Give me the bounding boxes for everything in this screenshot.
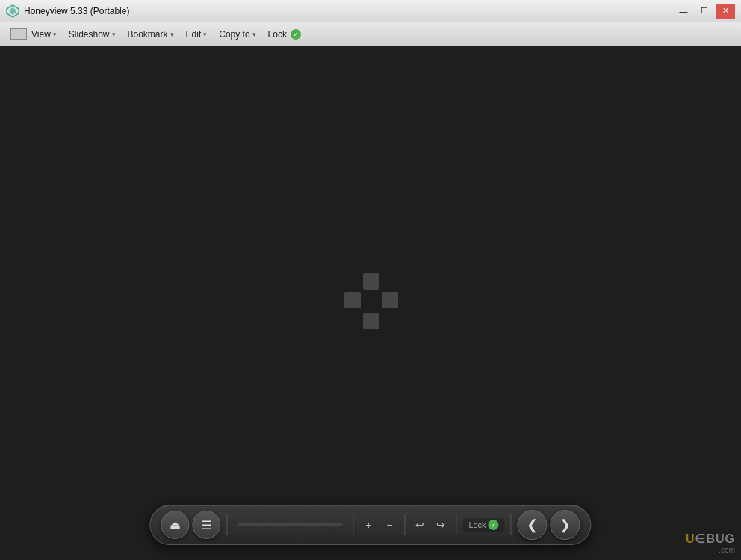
app-logo-icon bbox=[6, 4, 19, 18]
maximize-button[interactable]: ☐ bbox=[695, 4, 714, 19]
menu-icon: ☰ bbox=[201, 518, 211, 532]
svg-marker-1 bbox=[10, 7, 16, 15]
svg-rect-3 bbox=[344, 292, 361, 308]
watermark-u: U bbox=[686, 532, 695, 545]
lock-menu-label: Lock bbox=[268, 29, 287, 40]
rotate-left-button[interactable]: ↩ bbox=[411, 514, 429, 536]
eject-button[interactable]: ⏏ bbox=[161, 511, 189, 539]
prev-icon: ❮ bbox=[527, 517, 538, 533]
svg-rect-5 bbox=[363, 313, 379, 329]
bookmark-arrow: ▾ bbox=[170, 31, 174, 38]
window-controls: — ☐ ✕ bbox=[674, 4, 735, 19]
watermark: U∈BUG .com bbox=[686, 532, 735, 554]
menu-bar: View ▾ Slideshow ▾ Bookmark ▾ Edit ▾ Cop… bbox=[0, 22, 741, 46]
menu-button[interactable]: ☰ bbox=[192, 511, 220, 539]
zoom-out-button[interactable]: − bbox=[380, 514, 398, 536]
toolbar-separator-4 bbox=[456, 514, 456, 535]
toolbar-separator-5 bbox=[511, 514, 512, 535]
next-button[interactable]: ❯ bbox=[551, 510, 580, 540]
slideshow-arrow: ▾ bbox=[112, 31, 116, 38]
main-area: ⏏ ☰ + − ↩ ↪ bbox=[0, 46, 741, 560]
toolbar-separator-3 bbox=[404, 514, 405, 535]
toolbar-separator-2 bbox=[353, 514, 353, 535]
copyto-label: Copy to bbox=[219, 29, 249, 40]
minimize-button[interactable]: — bbox=[674, 4, 693, 19]
view-arrow: ▾ bbox=[53, 31, 57, 38]
progress-bar-area bbox=[238, 523, 342, 527]
progress-track bbox=[238, 523, 342, 526]
watermark-ebug: ∈BUG bbox=[695, 532, 735, 545]
watermark-text: U∈BUG bbox=[686, 532, 735, 546]
edit-arrow: ▾ bbox=[203, 31, 207, 38]
rotate-right-icon: ↪ bbox=[436, 519, 445, 531]
menu-item-slideshow[interactable]: Slideshow ▾ bbox=[63, 26, 122, 43]
minus-icon: − bbox=[386, 519, 392, 531]
bookmark-label: Bookmark bbox=[128, 29, 168, 40]
menu-item-edit[interactable]: Edit ▾ bbox=[180, 26, 214, 43]
lock-bottom-button[interactable]: Lock ✓ bbox=[462, 518, 504, 532]
window-title: Honeyview 5.33 (Portable) bbox=[24, 6, 674, 16]
lock-bottom-label: Lock bbox=[468, 520, 486, 529]
eject-icon: ⏏ bbox=[170, 518, 181, 532]
lock-check-bottom-icon: ✓ bbox=[489, 520, 499, 530]
edit-label: Edit bbox=[186, 29, 202, 40]
plus-icon: + bbox=[365, 519, 371, 531]
menu-item-view[interactable]: View ▾ bbox=[4, 25, 63, 43]
title-bar: Honeyview 5.33 (Portable) — ☐ ✕ bbox=[0, 0, 741, 22]
svg-rect-2 bbox=[363, 273, 379, 290]
slideshow-label: Slideshow bbox=[69, 29, 110, 40]
watermark-sub: .com bbox=[686, 546, 735, 554]
copyto-arrow: ▾ bbox=[252, 31, 256, 38]
prev-button[interactable]: ❮ bbox=[518, 510, 548, 540]
svg-rect-4 bbox=[382, 292, 398, 308]
lock-check-icon: ✓ bbox=[291, 29, 301, 40]
center-logo bbox=[337, 270, 404, 337]
zoom-in-button[interactable]: + bbox=[359, 514, 377, 536]
close-button[interactable]: ✕ bbox=[716, 4, 735, 19]
menu-item-bookmark[interactable]: Bookmark ▾ bbox=[122, 26, 180, 43]
rotate-right-button[interactable]: ↪ bbox=[432, 514, 450, 536]
bottom-toolbar: ⏏ ☰ + − ↩ ↪ bbox=[149, 505, 591, 545]
menu-item-lock[interactable]: Lock ✓ bbox=[262, 26, 307, 43]
rotate-left-icon: ↩ bbox=[415, 519, 424, 531]
next-icon: ❯ bbox=[559, 517, 571, 533]
view-label: View bbox=[31, 29, 51, 40]
menu-item-copyto[interactable]: Copy to ▾ bbox=[213, 26, 261, 43]
honeyview-logo-icon bbox=[337, 270, 404, 337]
toolbar-separator-1 bbox=[226, 514, 227, 535]
